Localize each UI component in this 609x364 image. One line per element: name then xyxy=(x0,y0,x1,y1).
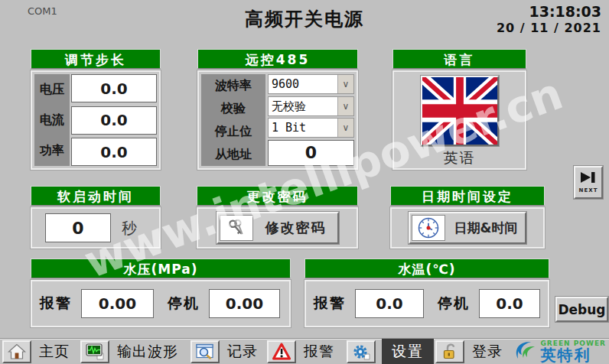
slave-address-label: 从地址 xyxy=(201,147,265,163)
nav-alarm[interactable]: 报警 xyxy=(267,339,339,364)
chevron-down-icon: ∨ xyxy=(337,97,353,115)
water-pressure-title: 水压(MPa) xyxy=(31,258,291,278)
parity-value: 无校验 xyxy=(269,97,337,115)
step-adjust-panel: 调节步长 电压 电流 功率 0.0 0.0 0.0 xyxy=(31,49,161,170)
date-display: 20 / 11 / 2021 xyxy=(497,21,601,35)
temp-stop-input[interactable]: 0.0 xyxy=(479,289,540,318)
temp-stop-label: 停机 xyxy=(438,294,470,314)
pressure-stop-label: 停机 xyxy=(168,294,200,314)
baud-rate-label: 波特率 xyxy=(201,78,265,94)
pressure-stop-input[interactable]: 0.00 xyxy=(209,289,280,318)
nav-home[interactable]: 主页 xyxy=(2,339,74,364)
greenpower-logo: GREEN POWER 英特利 xyxy=(512,338,606,364)
remote-485-panel: 远控485 波特率 校验 停止位 从地址 9600 ∨ 无校验 ∨ 1 Bit … xyxy=(197,49,358,170)
power-label: 功率 xyxy=(34,143,70,159)
bottom-nav-toolbar: 主页 输出波形 记录 xyxy=(0,338,609,364)
uk-flag-icon[interactable] xyxy=(421,76,499,146)
water-temp-title: 水温(℃) xyxy=(304,258,549,278)
waveform-icon xyxy=(80,340,109,363)
clock-display: 13:18:03 xyxy=(529,3,601,20)
nav-output-waveform-label: 输出波形 xyxy=(117,342,178,362)
current-step-input[interactable]: 0.0 xyxy=(71,106,157,135)
nav-settings-label: 设置 xyxy=(382,339,434,364)
nav-login[interactable]: 登录 xyxy=(435,339,507,364)
date-time-button[interactable]: 日期&时间 xyxy=(409,212,526,244)
selected-language-label: 英语 xyxy=(444,148,476,168)
modify-password-button[interactable]: 修改密码 xyxy=(217,212,339,244)
change-password-title: 更改密码 xyxy=(197,186,358,206)
step-adjust-title: 调节步长 xyxy=(31,49,161,69)
greenpower-logo-icon xyxy=(512,338,538,364)
padlock-icon xyxy=(435,340,464,363)
next-button-label: NEXT xyxy=(579,187,598,193)
parity-label: 校验 xyxy=(201,101,265,117)
keys-icon xyxy=(220,215,253,241)
pressure-alarm-label: 报警 xyxy=(40,294,72,314)
baud-rate-select[interactable]: 9600 ∨ xyxy=(268,74,354,94)
nav-alarm-label: 报警 xyxy=(304,342,334,362)
voltage-label: 电压 xyxy=(34,82,70,98)
next-page-button[interactable]: NEXT xyxy=(574,166,603,199)
water-temp-panel: 水温(℃) 报警 0.0 停机 0.0 xyxy=(304,258,549,327)
voltage-step-input[interactable]: 0.0 xyxy=(71,74,157,102)
nav-settings[interactable]: 设置 xyxy=(347,339,434,364)
parity-select[interactable]: 无校验 ∨ xyxy=(268,96,354,116)
language-title: 语言 xyxy=(392,49,526,69)
current-label: 电流 xyxy=(34,112,70,128)
temp-alarm-label: 报警 xyxy=(314,294,346,314)
stop-bit-label: 停止位 xyxy=(201,124,265,140)
magnifier-icon xyxy=(191,340,220,363)
language-panel: 语言 英语 xyxy=(392,49,526,170)
soft-start-panel: 软启动时间 0 秒 xyxy=(31,186,161,249)
modify-password-label: 修改密码 xyxy=(255,213,337,242)
power-step-input[interactable]: 0.0 xyxy=(71,138,157,166)
temp-alarm-input[interactable]: 0.0 xyxy=(355,289,424,318)
date-time-label: 日期&时间 xyxy=(447,213,525,242)
baud-rate-value: 9600 xyxy=(269,75,337,93)
pressure-alarm-input[interactable]: 0.00 xyxy=(81,289,154,318)
alarm-triangle-icon xyxy=(267,340,296,363)
water-pressure-panel: 水压(MPa) 报警 0.00 停机 0.00 xyxy=(31,258,291,327)
soft-start-time-input[interactable]: 0 xyxy=(45,213,111,242)
chevron-down-icon: ∨ xyxy=(337,75,353,93)
seconds-unit-label: 秒 xyxy=(122,218,137,239)
debug-button[interactable]: Debug xyxy=(555,297,608,322)
nav-record[interactable]: 记录 xyxy=(191,339,262,364)
nav-home-label: 主页 xyxy=(39,342,70,362)
nav-login-label: 登录 xyxy=(472,342,503,362)
datetime-setting-panel: 日期时间设定 日期&时间 xyxy=(390,186,545,249)
nav-output-waveform[interactable]: 输出波形 xyxy=(80,339,183,364)
gear-icon xyxy=(347,340,376,363)
change-password-panel: 更改密码 修改密码 xyxy=(197,186,358,249)
stop-bit-select[interactable]: 1 Bit ∨ xyxy=(268,118,354,138)
datetime-setting-title: 日期时间设定 xyxy=(390,186,545,206)
soft-start-title: 软启动时间 xyxy=(31,186,161,206)
brand-line2: 英特利 xyxy=(540,347,606,362)
clock-icon xyxy=(412,215,445,241)
slave-address-input[interactable]: 0 xyxy=(268,140,354,166)
remote-485-title: 远控485 xyxy=(197,49,358,69)
home-icon xyxy=(2,340,31,363)
chevron-down-icon: ∨ xyxy=(337,119,353,137)
stop-bit-value: 1 Bit xyxy=(269,119,337,137)
nav-record-label: 记录 xyxy=(227,342,258,362)
skip-next-icon xyxy=(580,171,597,187)
